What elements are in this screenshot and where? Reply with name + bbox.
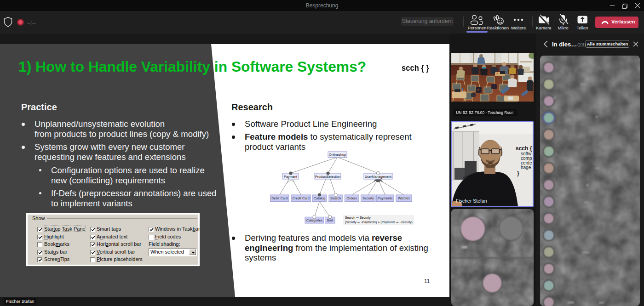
svg-text:Securty: Securty: [362, 196, 374, 200]
svg-text:Payments: Payments: [378, 196, 393, 200]
svg-text:Onlineshop: Onlineshop: [329, 153, 346, 157]
svg-text:Search ⇒ Securty: Search ⇒ Securty: [345, 216, 371, 220]
svg-text:--:--: --:--: [27, 20, 36, 25]
svg-text:Payment: Payment: [284, 175, 297, 179]
svg-text:Wishlist: Wishlist: [398, 196, 409, 200]
svg-text:Fischer Stefan: Fischer Stefan: [456, 198, 487, 204]
svg-text:Search: Search: [330, 196, 341, 200]
svg-text:hage: hage: [521, 165, 531, 170]
svg-text:Orders: Orders: [347, 196, 357, 200]
svg-text:Credit Card: Credit Card: [293, 196, 310, 200]
svg-text:Catalog: Catalog: [314, 196, 325, 200]
svg-text:scch {: scch {: [516, 145, 532, 152]
svg-text:(Securty ⇒ ¬Payments) ∧ (Payme: (Securty ⇒ ¬Payments) ∧ (Payments ⇒ ¬Sec…: [345, 221, 413, 224]
svg-text:Debit Card: Debit Card: [271, 196, 288, 200]
svg-text:}: }: [517, 170, 519, 176]
svg-text:ProductSelection: ProductSelection: [315, 175, 340, 179]
